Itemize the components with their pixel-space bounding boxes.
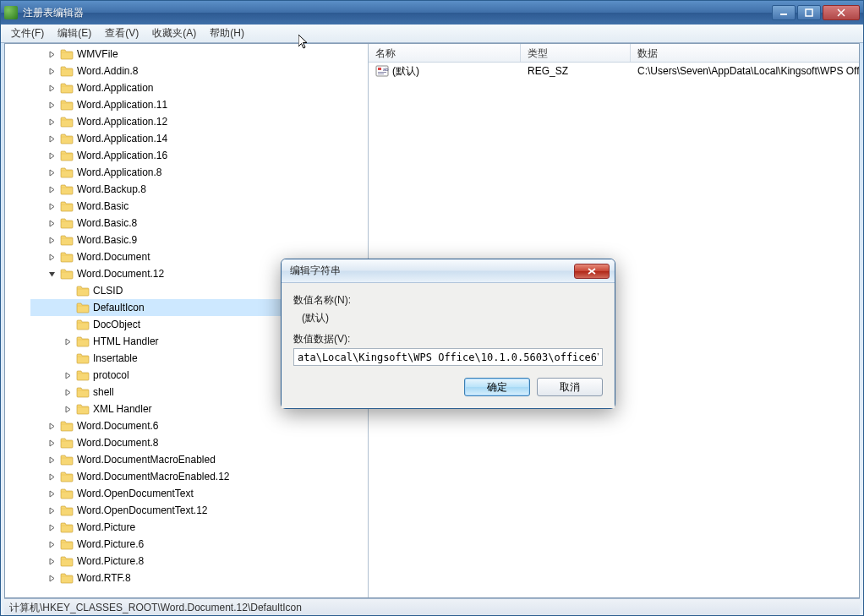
tree-node-label: WMVFile: [77, 48, 118, 60]
tree-node[interactable]: Word.Backup.8: [30, 181, 369, 198]
folder-icon: [60, 183, 74, 195]
tree-node[interactable]: Word.Addin.8: [30, 63, 369, 79]
menu-edit[interactable]: 编辑(E): [51, 25, 98, 42]
tree-node[interactable]: Word.Application: [30, 79, 369, 96]
tree-node-label: Word.DocumentMacroEnabled.12: [77, 471, 230, 482]
tree-node[interactable]: Word.Picture: [30, 519, 369, 536]
expand-icon[interactable]: [47, 67, 57, 76]
expand-icon[interactable]: [47, 168, 57, 177]
expand-icon[interactable]: [47, 506, 57, 515]
folder-icon: [60, 251, 74, 263]
tree-node[interactable]: Word.RTF.8: [30, 570, 369, 586]
tree-node-label: Word.Application.14: [77, 133, 167, 144]
tree-node-label: protocol: [93, 369, 129, 381]
tree-node-label: Word.Application.16: [77, 150, 167, 161]
expand-icon[interactable]: [63, 405, 73, 414]
dialog-buttons: 确定 取消: [293, 378, 603, 396]
tree-node[interactable]: Word.Picture.6: [30, 536, 369, 553]
tree-node[interactable]: Word.DocumentMacroEnabled: [30, 451, 369, 468]
tree-node[interactable]: Word.Application.8: [30, 164, 369, 181]
tree-node-label: XML Handler: [93, 403, 152, 415]
minimize-button[interactable]: [772, 5, 796, 20]
folder-icon: [60, 538, 74, 550]
expand-icon[interactable]: [47, 253, 57, 262]
expand-icon[interactable]: [47, 489, 57, 499]
folder-icon: [60, 133, 74, 144]
tree-node[interactable]: Word.DocumentMacroEnabled.12: [30, 468, 369, 485]
tree-node-label: Word.Picture.8: [77, 555, 144, 567]
collapse-icon[interactable]: [47, 270, 57, 279]
folder-icon: [60, 82, 74, 94]
folder-icon: [60, 555, 74, 567]
tree-node-label: Word.Application.12: [77, 116, 167, 128]
expand-icon[interactable]: [47, 134, 57, 144]
tree-node-label: Word.Document: [77, 251, 150, 263]
expand-icon[interactable]: [47, 523, 57, 532]
svg-rect-5: [378, 68, 381, 70]
expand-icon[interactable]: [63, 371, 73, 380]
expand-icon[interactable]: [47, 84, 57, 93]
tree-node[interactable]: Word.OpenDocumentText.12: [30, 502, 369, 519]
tree-node[interactable]: WMVFile: [30, 46, 369, 63]
tree-node[interactable]: Word.Application.16: [30, 147, 369, 164]
tree-node[interactable]: Word.Basic: [30, 198, 369, 215]
tree-node[interactable]: Word.Document.8: [30, 434, 369, 451]
expand-icon[interactable]: [47, 540, 57, 549]
expand-icon[interactable]: [63, 337, 73, 346]
expand-icon[interactable]: [47, 557, 57, 566]
tree-node[interactable]: Word.Basic.8: [30, 215, 369, 232]
tree-node[interactable]: Word.Application.11: [30, 96, 369, 113]
tree-node-label: Word.Application.11: [77, 99, 167, 111]
dialog-close-button[interactable]: [574, 264, 610, 279]
maximize-button[interactable]: [797, 5, 821, 20]
value-name-label: 数值名称(N):: [293, 293, 603, 308]
col-header-data[interactable]: 数据: [631, 44, 859, 62]
value-data: C:\Users\Seven\AppData\Local\Kingsoft\WP…: [631, 63, 859, 79]
expand-icon[interactable]: [47, 50, 57, 59]
expand-icon[interactable]: [47, 472, 57, 482]
tree-node-label: CLSID: [93, 285, 123, 297]
menubar: 文件(F) 编辑(E) 查看(V) 收藏夹(A) 帮助(H): [1, 25, 863, 43]
expand-icon[interactable]: [47, 422, 57, 431]
menu-help[interactable]: 帮助(H): [203, 25, 251, 42]
tree-node[interactable]: Word.Picture.8: [30, 553, 369, 570]
folder-icon: [60, 521, 74, 533]
col-header-type[interactable]: 类型: [521, 44, 631, 62]
expand-icon[interactable]: [47, 202, 57, 211]
titlebar[interactable]: 注册表编辑器: [1, 1, 863, 25]
tree-node[interactable]: Word.OpenDocumentText: [30, 485, 369, 502]
tree-node[interactable]: Word.Application.12: [30, 113, 369, 130]
ok-button[interactable]: 确定: [464, 378, 530, 396]
list-row[interactable]: ab(默认)REG_SZC:\Users\Seven\AppData\Local…: [369, 63, 859, 79]
expand-icon[interactable]: [63, 388, 73, 397]
app-icon: [4, 6, 18, 19]
value-name-static: (默认): [293, 309, 603, 332]
tree-node[interactable]: Word.Basic.9: [30, 232, 369, 248]
col-header-name[interactable]: 名称: [369, 44, 521, 62]
close-button[interactable]: [823, 5, 860, 20]
tree-node[interactable]: Word.Document.6: [30, 417, 369, 434]
expand-icon[interactable]: [47, 574, 57, 583]
string-value-icon: ab: [375, 64, 389, 78]
tree-node[interactable]: Word.Application.14: [30, 130, 369, 147]
expand-icon[interactable]: [47, 219, 57, 228]
value-data-input[interactable]: [293, 348, 603, 366]
cancel-button[interactable]: 取消: [537, 378, 603, 396]
expand-icon[interactable]: [47, 455, 57, 465]
expand-icon[interactable]: [47, 185, 57, 194]
expand-icon[interactable]: [47, 101, 57, 110]
menu-file[interactable]: 文件(F): [4, 25, 51, 42]
tree-node-label: Word.Document.6: [77, 420, 159, 432]
expand-icon[interactable]: [47, 439, 57, 448]
tree-node-label: Word.Document.8: [77, 437, 159, 449]
dialog-titlebar[interactable]: 编辑字符串: [282, 259, 615, 283]
menu-favorites[interactable]: 收藏夹(A): [145, 25, 203, 42]
tree-node-label: Word.OpenDocumentText: [77, 488, 194, 499]
tree-node-label: Word.Basic.9: [77, 234, 137, 246]
menu-view[interactable]: 查看(V): [98, 25, 145, 42]
expand-icon[interactable]: [47, 151, 57, 161]
expand-icon[interactable]: [47, 236, 57, 245]
folder-icon: [60, 217, 74, 229]
svg-rect-8: [378, 74, 384, 74]
expand-icon[interactable]: [47, 117, 57, 127]
